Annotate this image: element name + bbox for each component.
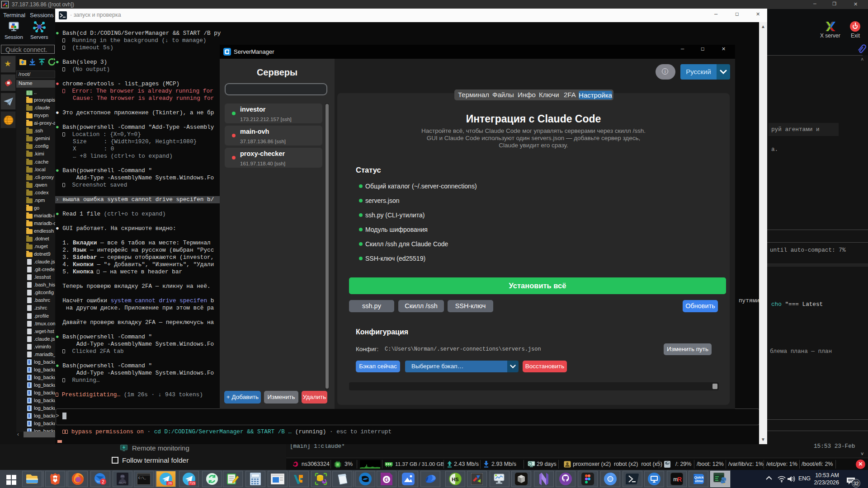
svg-text:715: 715 — [189, 481, 195, 485]
svg-text:G: G — [384, 477, 388, 483]
svg-text:2: 2 — [102, 479, 104, 484]
svg-text:R: R — [677, 476, 682, 483]
svg-text:C:\_: C:\_ — [138, 476, 146, 480]
svg-text:HS: HS — [452, 477, 458, 482]
svg-text:FRUTY: FRUTY — [119, 482, 127, 484]
svg-text:.26: .26 — [167, 481, 172, 485]
svg-text:utmo: utmo — [695, 479, 703, 483]
